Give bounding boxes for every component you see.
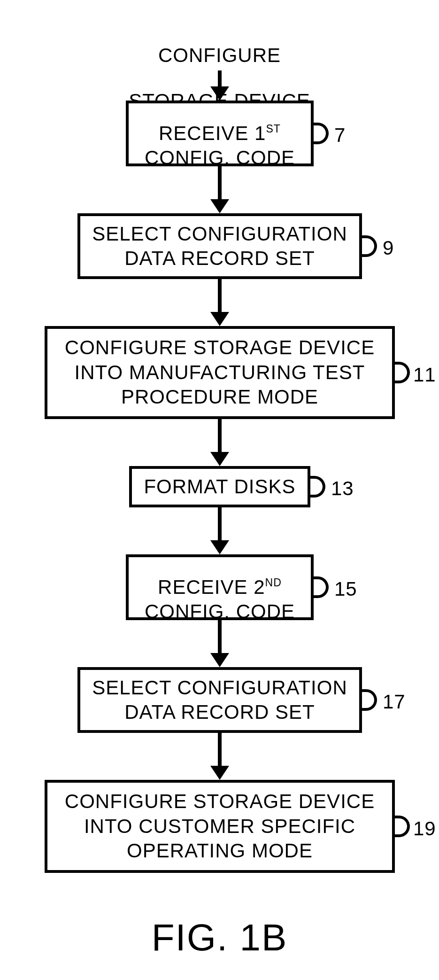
- step-7-label: RECEIVE 1ST CONFIG. CODE: [145, 96, 295, 171]
- arrow-icon: [210, 279, 229, 326]
- leader-line: [361, 235, 377, 257]
- figure-caption: FIG. 1B: [152, 916, 288, 959]
- step-7-box: RECEIVE 1ST CONFIG. CODE: [126, 101, 314, 166]
- step-19-label: CONFIGURE STORAGE DEVICE INTO CUSTOMER S…: [65, 789, 375, 863]
- leader-line: [313, 576, 329, 598]
- arrow-icon: [210, 166, 229, 213]
- ref-11: 11: [413, 364, 436, 386]
- ref-13: 13: [331, 477, 354, 500]
- title-line-1: CONFIGURE: [158, 44, 281, 66]
- step-17-box: SELECT CONFIGURATION DATA RECORD SET: [77, 667, 362, 733]
- arrow-icon: [210, 620, 229, 667]
- leader-line: [313, 123, 329, 144]
- ref-9: 9: [383, 237, 394, 259]
- leader-line: [361, 689, 377, 711]
- step-19-box: CONFIGURE STORAGE DEVICE INTO CUSTOMER S…: [45, 780, 395, 873]
- step-15-box: RECEIVE 2ND CONFIG. CODE: [126, 554, 314, 620]
- ref-15: 15: [334, 578, 357, 600]
- leader-line: [394, 816, 410, 837]
- step-17-label: SELECT CONFIGURATION DATA RECORD SET: [92, 676, 347, 725]
- arrow-icon: [210, 733, 229, 780]
- step-13-box: FORMAT DISKS: [129, 466, 310, 507]
- ref-7: 7: [334, 124, 346, 147]
- leader-line: [309, 476, 325, 498]
- ref-17: 17: [383, 691, 406, 713]
- step-13-label: FORMAT DISKS: [144, 474, 295, 499]
- step-9-box: SELECT CONFIGURATION DATA RECORD SET: [77, 213, 362, 279]
- step-15-label: RECEIVE 2ND CONFIG. CODE: [145, 550, 295, 624]
- arrow-icon: [210, 419, 229, 466]
- step-9-label: SELECT CONFIGURATION DATA RECORD SET: [92, 222, 347, 271]
- leader-line: [394, 362, 410, 383]
- arrow-icon: [210, 507, 229, 554]
- step-11-label: CONFIGURE STORAGE DEVICE INTO MANUFACTUR…: [65, 335, 375, 410]
- step-11-box: CONFIGURE STORAGE DEVICE INTO MANUFACTUR…: [45, 326, 395, 419]
- ref-19: 19: [413, 817, 436, 840]
